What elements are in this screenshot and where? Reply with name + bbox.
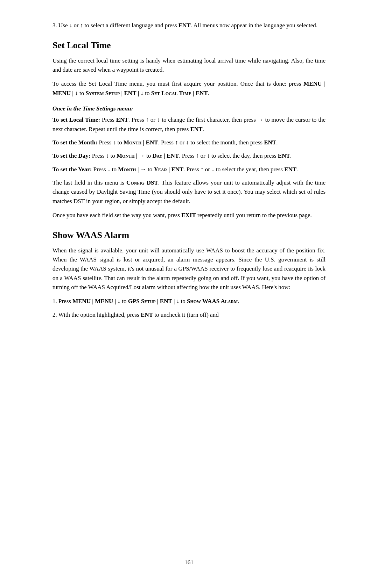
- section1-title: Set Local Time: [52, 38, 326, 52]
- step1: 1. Press MENU | MENU | ↓ to GPS Setup | …: [52, 297, 326, 306]
- set-local-time-instruction: To set Local Time: Press ENT. Press ↑ or…: [52, 115, 326, 134]
- section1-para1: Using the correct local time setting is …: [52, 56, 326, 75]
- section2-para1: When the signal is available, your unit …: [52, 246, 326, 292]
- section1-para2: To access the Set Local Time menu, you m…: [52, 79, 326, 98]
- step2: 2. With the option highlighted, press EN…: [52, 310, 326, 320]
- intro-paragraph: 3. Use ↓ or ↑ to select a different lang…: [52, 21, 326, 30]
- set-day-instruction: To set the Day: Press ↓ to Month | → to …: [52, 151, 326, 160]
- section2-title: Show WAAS Alarm: [52, 228, 326, 242]
- exit-paragraph: Once you have each field set the way you…: [52, 211, 326, 220]
- page-number: 161: [52, 547, 326, 567]
- page-content: 3. Use ↓ or ↑ to select a different lang…: [46, 0, 332, 588]
- set-month-instruction: To set the Month: Press ↓ to Month | ENT…: [52, 138, 326, 147]
- time-settings-label: Once in the Time Settings menu:: [52, 104, 326, 113]
- set-year-instruction: To set the Year: Press ↓ to Month | → to…: [52, 165, 326, 174]
- dst-paragraph: The last field in this menu is Config DS…: [52, 178, 326, 206]
